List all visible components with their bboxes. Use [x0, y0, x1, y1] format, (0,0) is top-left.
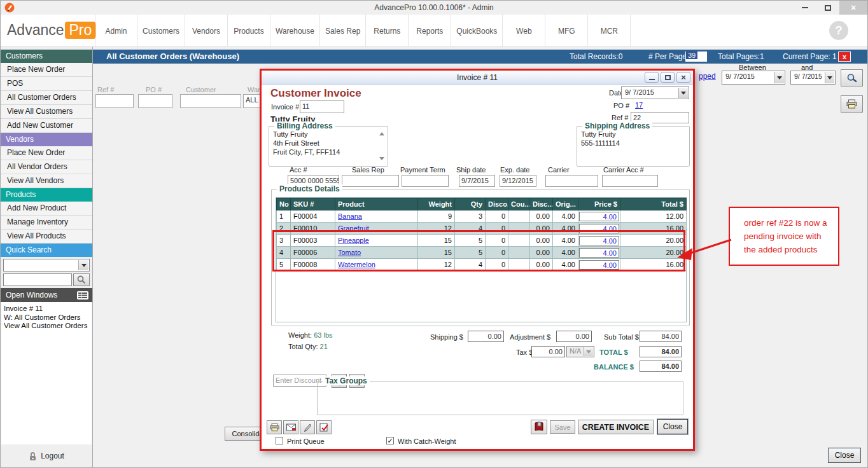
column-header-product[interactable]: Product [335, 198, 418, 210]
nav-item-mcr[interactable]: MCR [588, 15, 631, 47]
close-icon[interactable]: × [839, 1, 867, 15]
post-ledger-button[interactable] [531, 420, 547, 434]
product-link[interactable]: Grapefruit [338, 224, 369, 232]
sidebar-item-vendors-all-vendor-orders[interactable]: All Vendor Orders [1, 160, 92, 174]
scroll-up-icon[interactable] [379, 132, 384, 135]
column-header-total[interactable]: Total $ [620, 198, 687, 210]
nav-item-customers[interactable]: Customers [137, 15, 185, 47]
print-list-button[interactable] [841, 95, 863, 113]
save-button[interactable]: Save [550, 420, 575, 434]
customer-filter-input[interactable] [180, 94, 241, 108]
open-window-item[interactable]: Invoice # 11 [4, 305, 89, 313]
sidebar-item-products-manage-inventory[interactable]: Manage Inventory [1, 216, 92, 230]
main-close-button[interactable]: Close [828, 448, 861, 463]
dialog-minimize-icon[interactable] [645, 72, 659, 83]
search-orders-button[interactable] [841, 69, 863, 86]
exp-date-input[interactable]: 9/12/2015 [500, 175, 536, 187]
price-input[interactable]: 4.00 [579, 212, 619, 221]
sidebar-item-vendors-place-new-order[interactable]: Place New Order [1, 146, 92, 160]
catch-weight-checkbox[interactable]: ✓ [386, 437, 394, 444]
price-input[interactable]: 4.00 [579, 248, 619, 258]
dialog-titlebar[interactable]: Invoice # 11 × [262, 71, 693, 85]
total-label: TOTAL $ [599, 348, 628, 356]
product-link[interactable]: Banana [338, 212, 362, 220]
column-header-qty[interactable]: Qty [455, 198, 486, 210]
column-header-disc[interactable]: Disc... [530, 198, 553, 210]
column-header-sku[interactable]: SKU # [291, 198, 335, 210]
email-button[interactable] [283, 420, 298, 434]
verify-button[interactable] [316, 420, 332, 434]
maximize-icon[interactable] [816, 1, 839, 15]
shipping-input[interactable]: 0.00 [468, 331, 504, 342]
price-input[interactable]: 4.00 [579, 236, 619, 245]
dialog-restore-icon[interactable] [661, 72, 675, 83]
po-filter-input[interactable] [138, 94, 172, 108]
date-to-select[interactable]: 9/ 7/2015 [790, 71, 836, 85]
minimize-icon[interactable] [794, 1, 816, 15]
per-page-input[interactable]: 39 [685, 52, 707, 62]
payment-term-input[interactable] [402, 175, 449, 187]
shipped-link[interactable]: pped [699, 72, 716, 81]
sidebar-item-products-add-new-product[interactable]: Add New Product [1, 202, 92, 216]
nav-item-returns[interactable]: Returns [366, 15, 409, 47]
cell-qty: 5 [455, 247, 486, 259]
column-header-cou[interactable]: Cou... [508, 198, 530, 210]
sidebar-item-customers-pos[interactable]: POS [1, 77, 92, 91]
nav-item-products[interactable]: Products [228, 15, 270, 47]
quick-search-button[interactable] [73, 273, 90, 286]
print-queue-checkbox[interactable] [276, 437, 283, 444]
nav-item-warehouse[interactable]: Warehouse [270, 15, 320, 47]
dialog-close-icon[interactable]: × [676, 72, 690, 83]
signature-button[interactable] [300, 420, 315, 434]
price-input[interactable]: 4.00 [579, 260, 619, 270]
ref-filter-input[interactable] [95, 94, 134, 108]
ship-date-input[interactable]: 9/7/2015 [459, 175, 495, 187]
nav-item-quickbooks[interactable]: QuickBooks [451, 15, 503, 47]
column-header-disco[interactable]: Disco... [486, 198, 508, 210]
scroll-down-icon[interactable] [379, 157, 384, 160]
product-link[interactable]: Watermelon [338, 261, 375, 268]
tax-input[interactable]: 0.00 [531, 346, 565, 357]
sales-rep-input[interactable] [342, 175, 399, 187]
sidebar-item-customers-all-customer-orders[interactable]: All Customer Orders [1, 91, 92, 105]
logout-button[interactable]: Logout [1, 444, 92, 467]
quick-search-select[interactable] [3, 259, 90, 272]
carrier-acc-input[interactable] [602, 175, 658, 187]
nav-item-admin[interactable]: Admin [95, 15, 137, 47]
invoice-date-select[interactable]: 9/ 7/2015 [621, 86, 689, 99]
nav-item-reports[interactable]: Reports [409, 15, 451, 47]
nav-item-sales-rep[interactable]: Sales Rep [320, 15, 366, 47]
column-header-price[interactable]: Price $ [578, 198, 620, 210]
column-header-weight[interactable]: Weight [418, 198, 455, 210]
carrier-input[interactable] [545, 175, 598, 187]
tax-group-select[interactable]: N/A [566, 346, 594, 357]
help-icon[interactable]: ? [829, 21, 848, 40]
date-from-select[interactable]: 9/ 7/2015 [722, 71, 785, 85]
column-header-orig[interactable]: Orig... [553, 198, 578, 210]
sidebar-item-products-view-all-products[interactable]: View All Products [1, 230, 92, 244]
window-list-icon[interactable] [76, 291, 89, 300]
price-input[interactable]: 4.00 [579, 224, 619, 233]
sidebar-item-customers-place-new-order[interactable]: Place New Order [1, 63, 92, 77]
nav-item-web[interactable]: Web [503, 15, 545, 47]
adjustment-input[interactable]: 0.00 [556, 331, 592, 342]
close-page-button[interactable]: x [838, 52, 851, 62]
nav-item-mfg[interactable]: MFG [545, 15, 588, 47]
po-number-link[interactable]: 17 [635, 101, 643, 109]
invoice-number-input[interactable]: 11 [300, 100, 344, 113]
product-link[interactable]: Pineapple [338, 237, 369, 244]
open-window-item[interactable]: View All Customer Orders [4, 322, 89, 331]
sidebar-item-customers-view-all-customers[interactable]: View All Customers [1, 105, 92, 119]
product-link[interactable]: Tomato [338, 249, 361, 256]
quick-search-input[interactable] [3, 273, 72, 286]
open-window-item[interactable]: W: All Customer Orders [4, 313, 89, 322]
column-header-no[interactable]: No [277, 198, 291, 210]
print-button[interactable] [267, 420, 282, 434]
subtotal-value: 84.00 [640, 331, 682, 342]
dialog-close-button[interactable]: Close [657, 419, 688, 434]
sidebar-item-vendors-view-all-vendors[interactable]: View All Vendors [1, 174, 92, 188]
nav-item-vendors[interactable]: Vendors [185, 15, 228, 47]
page-title: All Customer Orders (Warehouse) [106, 52, 239, 61]
create-invoice-button[interactable]: CREATE INVOICE [578, 420, 654, 434]
sidebar-item-customers-add-new-customer[interactable]: Add New Customer [1, 119, 92, 133]
